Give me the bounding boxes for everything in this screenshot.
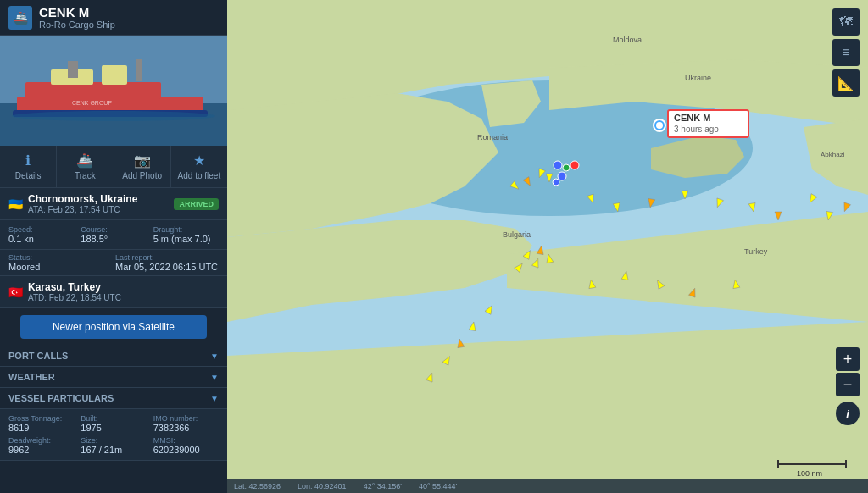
action-buttons: ℹ Details 🚢 Track 📷 Add Photo ★ Add to f… <box>0 146 227 188</box>
svg-text:Romania: Romania <box>477 133 508 141</box>
svg-text:Bulgaria: Bulgaria <box>503 230 531 239</box>
add-photo-button[interactable]: 📷 Add Photo <box>114 146 171 187</box>
dead-cell: Deadweight: 9962 <box>8 436 74 455</box>
map-area[interactable]: CENK M 3 hours ago Romania Bulgaria Turk… <box>227 0 868 493</box>
map-controls: 🗺 ≡ 📐 <box>832 8 860 97</box>
vessel-particulars-chevron: ▼ <box>210 394 219 403</box>
departure-atd: ATD: Feb 22, 18:54 UTC <box>28 293 121 302</box>
destination-block: 🇺🇦 Chornomorsk, Ukraine ATA: Feb 23, 17:… <box>0 188 227 220</box>
ruler-button[interactable]: 📐 <box>832 69 860 97</box>
arrived-badge: ARRIVED <box>174 198 219 210</box>
dead-value: 9962 <box>8 445 74 455</box>
layers-button[interactable]: 🗺 <box>832 8 860 36</box>
svg-text:Moldova: Moldova <box>613 36 642 44</box>
svg-text:Turkey: Turkey <box>744 247 768 256</box>
svg-rect-5 <box>102 65 127 85</box>
svg-point-42 <box>554 161 562 169</box>
vessel-icon: 🚢 <box>8 6 32 30</box>
imo-value: 7382366 <box>153 423 219 433</box>
lat-coord: Lat: 42.56926 <box>234 482 281 490</box>
gross-value: 8619 <box>8 423 74 433</box>
dead-label: Deadweight: <box>8 436 74 445</box>
gross-label: Gross Tonnage: <box>8 414 74 423</box>
track-label: Track <box>75 171 96 180</box>
destination-ata: ATA: Feb 23, 17:54 UTC <box>28 205 137 214</box>
mmsi-cell: MMSI: 620239000 <box>153 436 219 455</box>
star-icon: ★ <box>193 152 205 169</box>
vessel-type: Ro-Ro Cargo Ship <box>39 19 115 30</box>
port-calls-header[interactable]: PORT CALLS ▼ <box>0 346 227 367</box>
info-grid: Speed: 0.1 kn Course: 188.5° Draught: 5 … <box>0 220 227 250</box>
filter-button[interactable]: ≡ <box>832 39 860 66</box>
vessel-particulars-header[interactable]: VESSEL PARTICULARS ▼ <box>0 388 227 409</box>
add-fleet-button[interactable]: ★ Add to fleet <box>171 146 227 187</box>
size-value: 167 / 21m <box>81 445 146 455</box>
size-label: Size: <box>81 436 146 445</box>
departure-block: 🇹🇷 Karasu, Turkey ATD: Feb 22, 18:54 UTC <box>0 276 227 308</box>
destination-name: Chornomorsk, Ukraine <box>28 193 137 205</box>
svg-text:Ukraine: Ukraine <box>685 74 711 82</box>
mmsi-value: 620239000 <box>153 445 219 455</box>
zoom-controls: + − i <box>836 347 860 425</box>
camera-icon: 📷 <box>134 152 151 169</box>
draught-cell: Draught: 5 m (max 7.0) <box>153 225 219 244</box>
add-fleet-label: Add to fleet <box>178 171 221 180</box>
status-label: Status: <box>8 253 112 262</box>
status-value: Moored <box>8 262 112 272</box>
svg-rect-3 <box>25 82 161 99</box>
details-button[interactable]: ℹ Details <box>0 146 57 187</box>
vessel-name: CENK M <box>39 5 115 19</box>
weather-chevron: ▼ <box>210 373 219 382</box>
svg-rect-7 <box>136 59 142 81</box>
lon-coord: Lon: 40.92401 <box>298 482 347 490</box>
svg-rect-6 <box>68 61 78 78</box>
svg-point-48 <box>656 122 663 129</box>
svg-point-45 <box>553 179 559 186</box>
status-row: Status: Moored Last report: Mar 05, 2022… <box>0 250 227 276</box>
track-button[interactable]: 🚢 Track <box>57 146 114 187</box>
svg-point-43 <box>558 172 566 180</box>
mmsi-label: MMSI: <box>153 436 219 445</box>
speed-label: Speed: <box>8 225 74 234</box>
speed-cell: Speed: 0.1 kn <box>8 225 74 244</box>
zoom-out-button[interactable]: − <box>836 373 860 396</box>
svg-text:100 nm: 100 nm <box>797 469 822 478</box>
course-cell: Course: 188.5° <box>81 225 146 244</box>
coordinates-bar: Lat: 42.56926 Lon: 40.92401 42° 34.156' … <box>227 479 868 493</box>
built-value: 1975 <box>81 423 146 433</box>
imo-label: IMO number: <box>153 414 219 423</box>
imo-cell: IMO number: 7382366 <box>153 414 219 433</box>
last-report-label: Last report: <box>115 253 219 262</box>
add-photo-label: Add Photo <box>122 171 162 180</box>
zoom-in-button[interactable]: + <box>836 347 860 371</box>
port-calls-label: PORT CALLS <box>8 351 68 361</box>
vessel-panel: 🚢 CENK M Ro-Ro Cargo Ship CENK GROUP <box>0 0 227 493</box>
particulars-grid: Gross Tonnage: 8619 Built: 1975 IMO numb… <box>0 409 227 461</box>
vessel-particulars-label: VESSEL PARTICULARS <box>8 393 114 403</box>
course-value: 188.5° <box>81 234 146 244</box>
ship-image-svg: CENK GROUP <box>0 36 227 146</box>
lon-alt: 40° 55.444' <box>419 482 457 490</box>
lat-alt: 42° 34.156' <box>364 482 402 490</box>
vessel-header: 🚢 CENK M Ro-Ro Cargo Ship <box>0 0 227 36</box>
satellite-button[interactable]: Newer position via Satellite <box>20 315 207 339</box>
gross-cell: Gross Tonnage: 8619 <box>8 414 74 433</box>
svg-point-44 <box>563 164 570 171</box>
weather-header[interactable]: WEATHER ▼ <box>0 367 227 388</box>
departure-name: Karasu, Turkey <box>28 281 121 293</box>
course-label: Course: <box>81 225 146 234</box>
size-cell: Size: 167 / 21m <box>81 436 146 455</box>
last-report-value: Mar 05, 2022 06:15 UTC <box>115 262 219 272</box>
built-cell: Built: 1975 <box>81 414 146 433</box>
map-info-button[interactable]: i <box>836 402 860 425</box>
ship-image: CENK GROUP <box>0 36 227 146</box>
svg-text:3 hours ago: 3 hours ago <box>674 125 719 134</box>
departure-flag: 🇹🇷 <box>8 285 23 299</box>
destination-flag: 🇺🇦 <box>8 197 23 211</box>
port-calls-chevron: ▼ <box>210 352 219 361</box>
built-label: Built: <box>81 414 146 423</box>
svg-text:CENK GROUP: CENK GROUP <box>72 100 112 106</box>
svg-text:Abkhazi: Abkhazi <box>821 151 845 158</box>
svg-text:CENK M: CENK M <box>674 113 710 123</box>
map-svg: CENK M 3 hours ago Romania Bulgaria Turk… <box>227 0 868 493</box>
